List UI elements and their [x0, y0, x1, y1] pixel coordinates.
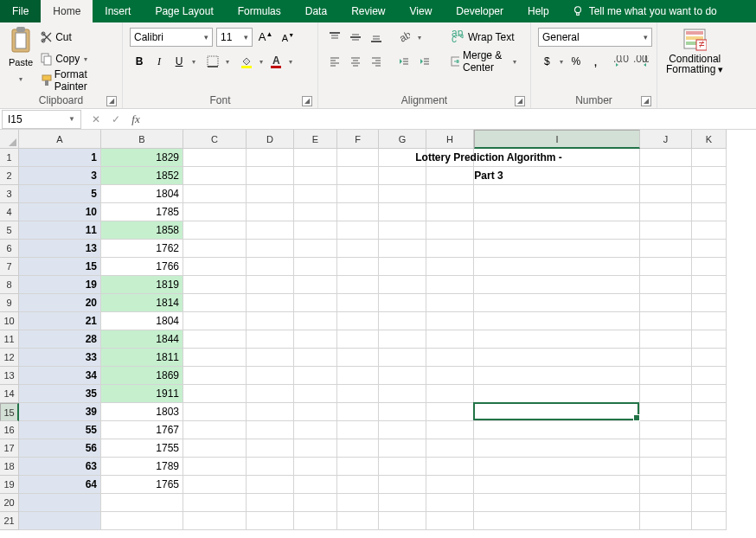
cell-B7[interactable]: 1766 — [101, 258, 183, 276]
cell-I14[interactable] — [474, 385, 640, 403]
cell-G14[interactable] — [379, 385, 426, 403]
cell-D9[interactable] — [247, 294, 294, 312]
accounting-dropdown[interactable]: ▾ — [557, 52, 565, 71]
font-dialog-launcher[interactable]: ◢ — [302, 96, 312, 106]
align-middle-button[interactable] — [346, 28, 365, 47]
cell-F15[interactable] — [337, 403, 379, 421]
cell-B13[interactable]: 1869 — [101, 367, 183, 385]
name-box[interactable]: I15▼ — [2, 110, 81, 129]
cell-C8[interactable] — [183, 276, 247, 294]
font-name-select[interactable]: Calibri▾ — [130, 28, 213, 47]
tab-data[interactable]: Data — [293, 0, 339, 22]
tab-home[interactable]: Home — [41, 0, 93, 22]
cell-G18[interactable] — [379, 458, 426, 476]
row-header-13[interactable]: 13 — [0, 367, 19, 385]
cell-G8[interactable] — [379, 276, 426, 294]
align-center-button[interactable] — [346, 52, 365, 71]
borders-dropdown[interactable]: ▾ — [223, 52, 232, 71]
cell-F6[interactable] — [337, 240, 379, 258]
insert-function-button[interactable]: fx — [126, 111, 145, 128]
bold-button[interactable]: B — [130, 52, 149, 71]
cell-B5[interactable]: 1858 — [101, 221, 183, 240]
cell-K12[interactable] — [692, 349, 727, 367]
cell-E19[interactable] — [294, 476, 337, 494]
cell-H17[interactable] — [426, 439, 474, 458]
cell-G21[interactable] — [379, 512, 426, 530]
cell-A13[interactable]: 34 — [19, 367, 101, 385]
cell-A21[interactable] — [19, 512, 101, 530]
cell-B21[interactable] — [101, 512, 183, 530]
cell-H11[interactable] — [426, 330, 474, 349]
cell-B20[interactable] — [101, 494, 183, 512]
cell-A20[interactable] — [19, 494, 101, 512]
cell-B8[interactable]: 1819 — [101, 276, 183, 294]
cell-J18[interactable] — [640, 458, 692, 476]
cell-J7[interactable] — [640, 258, 692, 276]
cell-C15[interactable] — [183, 403, 247, 421]
cell-K14[interactable] — [692, 385, 727, 403]
cell-E17[interactable] — [294, 439, 337, 458]
cell-D19[interactable] — [247, 476, 294, 494]
row-header-21[interactable]: 21 — [0, 512, 19, 530]
cell-K11[interactable] — [692, 330, 727, 349]
cell-F14[interactable] — [337, 385, 379, 403]
cell-F21[interactable] — [337, 512, 379, 530]
increase-font-button[interactable]: A▲ — [256, 28, 275, 47]
cell-I3[interactable] — [474, 185, 640, 203]
cell-B6[interactable]: 1762 — [101, 240, 183, 258]
cell-F17[interactable] — [337, 439, 379, 458]
cell-I18[interactable] — [474, 458, 640, 476]
cell-F20[interactable] — [337, 494, 379, 512]
decrease-decimal-button[interactable]: .00.0 — [632, 52, 650, 71]
cell-I12[interactable] — [474, 349, 640, 367]
cell-G12[interactable] — [379, 349, 426, 367]
cell-H20[interactable] — [426, 494, 474, 512]
cell-B18[interactable]: 1789 — [101, 458, 183, 476]
cell-A9[interactable]: 20 — [19, 294, 101, 312]
cell-F9[interactable] — [337, 294, 379, 312]
align-left-button[interactable] — [325, 52, 344, 71]
row-header-3[interactable]: 3 — [0, 185, 19, 203]
cell-E8[interactable] — [294, 276, 337, 294]
cell-F12[interactable] — [337, 349, 379, 367]
cell-B2[interactable]: 1852 — [101, 167, 183, 185]
cell-C16[interactable] — [183, 421, 247, 439]
cell-G16[interactable] — [379, 421, 426, 439]
cell-G7[interactable] — [379, 258, 426, 276]
cell-C1[interactable] — [183, 149, 247, 167]
cell-H7[interactable] — [426, 258, 474, 276]
cell-E18[interactable] — [294, 458, 337, 476]
cell-G13[interactable] — [379, 367, 426, 385]
cell-E12[interactable] — [294, 349, 337, 367]
cell-H21[interactable] — [426, 512, 474, 530]
col-header-D[interactable]: D — [247, 130, 294, 149]
cell-C18[interactable] — [183, 458, 247, 476]
cell-H5[interactable] — [426, 221, 474, 240]
cell-E2[interactable] — [294, 167, 337, 185]
cell-B19[interactable]: 1765 — [101, 476, 183, 494]
cell-A10[interactable]: 21 — [19, 312, 101, 330]
cell-A7[interactable]: 15 — [19, 258, 101, 276]
cell-D12[interactable] — [247, 349, 294, 367]
cell-D4[interactable] — [247, 203, 294, 221]
underline-button[interactable]: U — [170, 52, 189, 71]
cell-I20[interactable] — [474, 494, 640, 512]
cell-B15[interactable]: 1803 — [101, 403, 183, 421]
row-header-8[interactable]: 8 — [0, 276, 19, 294]
cell-H1[interactable] — [426, 149, 474, 167]
cell-G9[interactable] — [379, 294, 426, 312]
cell-B1[interactable]: 1829 — [101, 149, 183, 167]
merge-dropdown[interactable]: ▾ — [512, 52, 517, 71]
cell-G11[interactable] — [379, 330, 426, 349]
cell-C2[interactable] — [183, 167, 247, 185]
cell-B12[interactable]: 1811 — [101, 349, 183, 367]
cell-C3[interactable] — [183, 185, 247, 203]
row-header-11[interactable]: 11 — [0, 330, 19, 349]
cell-A11[interactable]: 28 — [19, 330, 101, 349]
cell-B3[interactable]: 1804 — [101, 185, 183, 203]
cell-H19[interactable] — [426, 476, 474, 494]
cell-H15[interactable] — [426, 403, 474, 421]
cell-D16[interactable] — [247, 421, 294, 439]
italic-button[interactable]: I — [150, 52, 169, 71]
cell-B11[interactable]: 1844 — [101, 330, 183, 349]
